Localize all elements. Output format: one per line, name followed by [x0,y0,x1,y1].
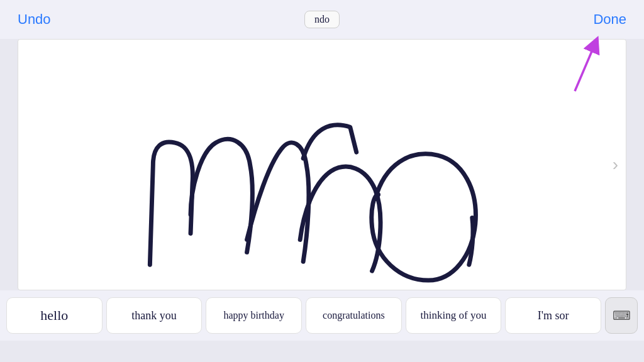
suggestion-thinking-of-you[interactable]: thinking of you [406,297,502,334]
suggestion-happy-birthday[interactable]: happy birthday [206,297,302,334]
suggestion-im-sorry[interactable]: I'm sor [505,297,601,334]
done-button[interactable]: Done [588,9,631,30]
keyboard-button[interactable]: ⌨ [605,297,638,334]
undo-button[interactable]: Undo [13,9,56,30]
handwriting-canvas[interactable]: › [18,39,626,290]
top-bar: Undo ndo Done [0,0,644,39]
preview-badge: ndo [304,11,340,28]
suggestion-thank-you[interactable]: thank you [106,297,203,334]
suggestion-hello[interactable]: hello [6,297,103,334]
next-chevron[interactable]: › [613,155,618,175]
suggestions-bar: hello thank you happy birthday congratul… [0,290,644,341]
keyboard-icon: ⌨ [613,308,631,323]
suggestion-congratulations[interactable]: congratulations [306,297,402,334]
